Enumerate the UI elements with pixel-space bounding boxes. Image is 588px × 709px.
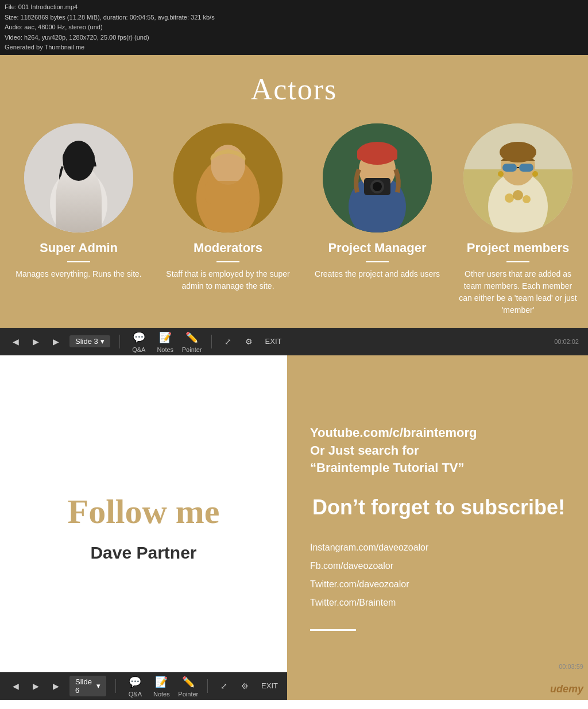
meta-file: File: 001 Introduction.mp4 bbox=[5, 2, 583, 13]
slide-controls-lower: ◀ ▶ ▶ Slide 6 ▾ 💬 Q&A 📝 Notes ✏️ bbox=[0, 672, 287, 700]
actor-moderators: Moderators Staff that is employed by the… bbox=[153, 123, 303, 304]
pointer-icon-lower: ✏️ bbox=[179, 673, 198, 691]
notes-button-lower[interactable]: 📝 Notes bbox=[152, 673, 171, 698]
notes-button-upper[interactable]: 📝 Notes bbox=[156, 329, 175, 354]
actor-divider-superadmin bbox=[67, 261, 90, 262]
pointer-button-lower[interactable]: ✏️ Pointer bbox=[178, 673, 198, 698]
next-button-upper[interactable]: ▶ bbox=[49, 335, 63, 348]
social-instagram: Instangram.com/daveozoalor bbox=[310, 538, 565, 557]
next-button-lower[interactable]: ▶ bbox=[49, 679, 63, 693]
pointer-icon-upper: ✏️ bbox=[182, 329, 202, 346]
youtube-line3: “Braintemple Tutorial TV” bbox=[310, 459, 565, 477]
divider-lower-1 bbox=[115, 679, 116, 693]
follow-title: Follow me bbox=[68, 492, 220, 532]
timestamp-upper: 00:02:02 bbox=[554, 338, 579, 345]
svg-rect-15 bbox=[357, 149, 397, 160]
social-facebook: Fb.com/daveozoalor bbox=[310, 557, 565, 575]
social-links: Instangram.com/daveozoalor Fb.com/daveoz… bbox=[310, 538, 565, 612]
exit-button-upper[interactable]: EXIT bbox=[265, 337, 282, 346]
svg-point-25 bbox=[523, 195, 531, 203]
prev-button-upper[interactable]: ◀ bbox=[9, 335, 22, 348]
qa-button-lower[interactable]: 💬 Q&A bbox=[125, 673, 145, 698]
svg-point-3 bbox=[63, 148, 95, 185]
prev-button-lower[interactable]: ◀ bbox=[9, 679, 22, 693]
svg-point-32 bbox=[500, 142, 536, 162]
svg-point-23 bbox=[505, 193, 514, 203]
actors-row: Super Admin Manages everything. Runs the… bbox=[0, 118, 588, 328]
pointer-button-upper[interactable]: ✏️ Pointer bbox=[182, 329, 202, 354]
actor-divider-members bbox=[506, 261, 529, 262]
avatar-moderators bbox=[173, 123, 283, 233]
actor-name-members: Project members bbox=[467, 241, 570, 255]
youtube-line1: Youtube.com/c/braintemorg bbox=[310, 424, 565, 442]
play-button-lower[interactable]: ▶ bbox=[29, 679, 42, 693]
qa-label-lower: Q&A bbox=[129, 691, 142, 698]
divider-1 bbox=[119, 335, 120, 348]
svg-rect-1 bbox=[24, 123, 133, 233]
meta-size: Size: 11826869 bytes (11.28 MiB), durati… bbox=[5, 13, 583, 23]
divider-lower-2 bbox=[207, 679, 208, 693]
play-button-upper[interactable]: ▶ bbox=[29, 335, 42, 348]
exit-button-lower[interactable]: EXIT bbox=[261, 681, 278, 690]
qa-label-upper: Q&A bbox=[132, 346, 145, 354]
subscribe-section: Youtube.com/c/braintemorg Or Just search… bbox=[287, 355, 588, 700]
social-twitter2: Twitter.com/Braintem bbox=[310, 594, 565, 612]
notes-label-upper: Notes bbox=[157, 346, 173, 354]
actor-name-superadmin: Super Admin bbox=[40, 241, 118, 255]
actor-name-moderators: Moderators bbox=[194, 241, 262, 255]
meta-video: Video: h264, yuv420p, 1280x720, 25.00 fp… bbox=[5, 33, 583, 43]
actor-desc-moderators: Staff that is employed by the super admi… bbox=[159, 268, 297, 304]
slide-actors: Actors Super Admin bbox=[0, 55, 588, 355]
udemy-badge: udemy bbox=[550, 683, 583, 695]
svg-rect-28 bbox=[519, 164, 533, 172]
avatar-project-members bbox=[463, 123, 572, 233]
actor-desc-members: Other users that are added as team membe… bbox=[458, 268, 578, 328]
qa-button-upper[interactable]: 💬 Q&A bbox=[129, 329, 149, 354]
svg-point-24 bbox=[513, 190, 523, 200]
pointer-label-upper: Pointer bbox=[182, 346, 202, 354]
actor-name-pm: Project Manager bbox=[328, 241, 426, 255]
actors-title: Actors bbox=[0, 67, 588, 118]
svg-point-4 bbox=[63, 145, 95, 171]
meta-audio: Audio: aac, 48000 Hz, stereo (und) bbox=[5, 22, 583, 33]
meta-generated: Generated by Thumbnail me bbox=[5, 42, 583, 53]
svg-rect-27 bbox=[502, 164, 517, 172]
svg-point-30 bbox=[498, 171, 504, 177]
actor-desc-superadmin: Manages everything. Runs the site. bbox=[16, 268, 141, 292]
expand-button-lower[interactable]: ⤢ bbox=[217, 679, 231, 693]
settings-button-upper[interactable]: ⚙ bbox=[242, 335, 256, 348]
notes-icon-lower: 📝 bbox=[152, 673, 171, 691]
actor-project-manager: Project Manager Creates the project and … bbox=[303, 123, 452, 292]
follow-name: Dave Partner bbox=[90, 543, 196, 563]
expand-button-upper[interactable]: ⤢ bbox=[221, 335, 235, 348]
youtube-line2: Or Just search for bbox=[310, 442, 565, 460]
youtube-link: Youtube.com/c/braintemorg Or Just search… bbox=[310, 424, 565, 477]
notes-icon-upper: 📝 bbox=[156, 329, 175, 346]
actor-divider-pm bbox=[366, 261, 389, 262]
actor-super-admin: Super Admin Manages everything. Runs the… bbox=[4, 123, 153, 292]
avatar-super-admin bbox=[24, 123, 133, 233]
qa-icon-upper: 💬 bbox=[129, 329, 149, 346]
subscribe-cta: Don’t forget to subscribe! bbox=[310, 494, 565, 521]
slide-controls-upper: ◀ ▶ ▶ Slide 3 ▾ 💬 Q&A 📝 Notes ✏️ Pointer… bbox=[0, 328, 588, 355]
lower-section: Follow me Dave Partner ◀ ▶ ▶ Slide 6 ▾ 💬… bbox=[0, 355, 588, 700]
settings-button-lower[interactable]: ⚙ bbox=[238, 679, 252, 693]
social-twitter1: Twitter.com/daveozoalor bbox=[310, 575, 565, 594]
timestamp-lower: 00:03:59 bbox=[559, 663, 583, 670]
actor-divider-moderators bbox=[216, 261, 239, 262]
actor-project-members: Project members Other users that are add… bbox=[452, 123, 584, 328]
slide-label-lower[interactable]: Slide 6 ▾ bbox=[69, 676, 106, 696]
slide-label-upper[interactable]: Slide 3 ▾ bbox=[69, 335, 110, 347]
meta-bar: File: 001 Introduction.mp4 Size: 1182686… bbox=[0, 0, 588, 55]
actor-desc-pm: Creates the project and adds users bbox=[315, 268, 440, 292]
divider-2 bbox=[211, 335, 212, 348]
subscribe-divider bbox=[310, 629, 356, 631]
qa-icon-lower: 💬 bbox=[125, 673, 145, 691]
svg-rect-9 bbox=[205, 181, 251, 204]
svg-point-18 bbox=[373, 182, 382, 191]
notes-label-lower: Notes bbox=[153, 691, 170, 698]
pointer-label-lower: Pointer bbox=[178, 691, 198, 698]
svg-point-31 bbox=[532, 171, 538, 177]
lower-container: Follow me Dave Partner ◀ ▶ ▶ Slide 6 ▾ 💬… bbox=[0, 355, 588, 700]
avatar-project-manager bbox=[323, 123, 432, 233]
